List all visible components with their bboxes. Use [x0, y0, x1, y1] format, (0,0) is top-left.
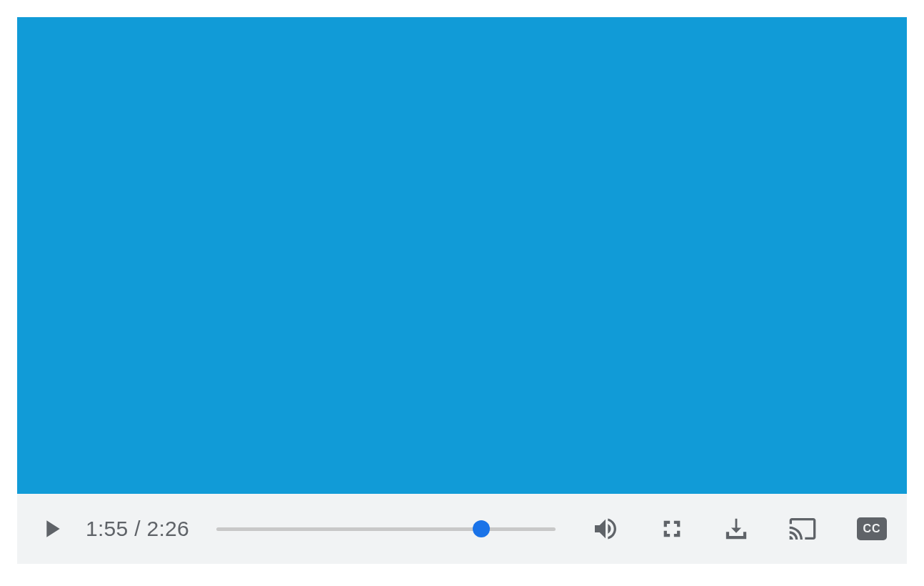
fullscreen-button[interactable]: [660, 517, 684, 541]
volume-icon: [591, 515, 620, 543]
right-controls-group: CC: [591, 515, 887, 543]
play-button[interactable]: [37, 515, 66, 543]
play-icon: [37, 515, 66, 543]
current-time: 1:55: [86, 517, 129, 540]
volume-button[interactable]: [591, 515, 620, 543]
time-display: 1:55 / 2:26: [86, 517, 189, 541]
download-button[interactable]: [724, 517, 748, 541]
captions-button[interactable]: CC: [857, 517, 887, 540]
progress-thumb[interactable]: [473, 520, 490, 537]
duration-time: 2:26: [147, 517, 190, 540]
video-surface[interactable]: [17, 17, 907, 494]
fullscreen-icon: [660, 517, 684, 541]
download-icon: [724, 517, 748, 541]
progress-slider[interactable]: [216, 520, 556, 537]
cast-button[interactable]: [788, 515, 817, 543]
video-player: 1:55 / 2:26: [17, 17, 907, 564]
progress-track: [216, 527, 556, 531]
closed-captions-icon: CC: [863, 522, 880, 535]
cast-icon: [788, 515, 817, 543]
video-controls-bar: 1:55 / 2:26: [17, 494, 907, 564]
time-separator: /: [129, 517, 147, 540]
